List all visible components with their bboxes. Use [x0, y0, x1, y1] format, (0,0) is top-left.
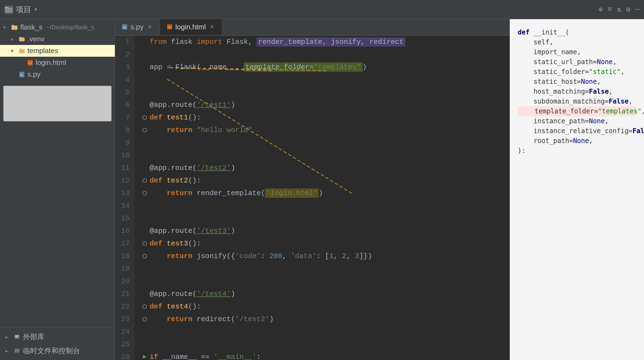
line-num-6: 6	[115, 99, 130, 111]
folder-icon-templates	[19, 48, 25, 54]
line-num-12: 12	[115, 174, 130, 187]
toolbar-list-icon[interactable]: ≡	[608, 5, 612, 14]
code-line-1: from flask import Flask, render_template…	[140, 36, 510, 48]
code-line-17: def test3():	[140, 237, 510, 250]
code-line-8: return "hello world"	[140, 124, 510, 136]
app-container: 项目 ▾ ⊕ ≡ ⇅ ⚙ — flask_s ~/Desktop/flask_s	[0, 0, 644, 360]
code-line-25	[140, 338, 510, 351]
toolbar-settings-icon[interactable]: ⚙	[626, 5, 631, 14]
svg-rect-0	[5, 7, 13, 13]
code-line-21: @app.route('/test4')	[140, 288, 510, 300]
doc-param-instance-path: instance_path=None,	[518, 116, 636, 126]
line-num-3: 3	[115, 61, 130, 73]
code-line-11: @app.route('/test2')	[140, 162, 510, 174]
sidebar-item-temp-files[interactable]: 临时文件和控制台	[0, 344, 115, 358]
line-num-8: 8	[115, 124, 130, 136]
doc-param-instance-relative: instance_relative_config=False,	[518, 126, 636, 136]
gutter-23	[140, 317, 150, 321]
code-line-26: ▶ if __name__ == '__main__':	[140, 351, 510, 360]
sidebar-item-venv[interactable]: .venv	[0, 33, 115, 45]
doc-param-static-host: static_host=None,	[518, 77, 636, 87]
external-libs-icon	[14, 334, 20, 340]
line-numbers: 1 2 3 4 5 6 7 8 9 10 11 12 13 14 15 16 1	[115, 36, 134, 360]
toolbar-dropdown-icon[interactable]: ▾	[34, 6, 38, 13]
sidebar-root-label: flask_s	[20, 23, 42, 32]
tab-py-icon: py	[122, 24, 128, 30]
code-line-2	[140, 48, 510, 61]
code-line-6: @app.route('/test1')	[140, 99, 510, 111]
line-num-24: 24	[115, 325, 130, 338]
code-line-3: app = Flask(__name__, template_folder="t…	[140, 61, 510, 73]
code-line-15	[140, 212, 510, 225]
code-line-7: def test1():	[140, 111, 510, 124]
doc-param-template-folder: template_folder="templates",	[518, 106, 636, 116]
code-line-9	[140, 136, 510, 149]
svg-text:py: py	[123, 26, 126, 29]
line-num-19: 19	[115, 262, 130, 275]
code-line-13: return render_template('login.html')	[140, 187, 510, 199]
line-num-7: 7	[115, 111, 130, 124]
run-icon[interactable]: ▶	[143, 351, 146, 360]
line-num-20: 20	[115, 275, 130, 288]
line-num-22: 22	[115, 300, 130, 313]
tab-spy-label: s.py	[130, 23, 144, 31]
sidebar-login-label: login.html	[36, 58, 66, 67]
line-num-23: 23	[115, 313, 130, 325]
code-line-10	[140, 149, 510, 162]
line-num-13: 13	[115, 187, 130, 199]
gutter-22	[140, 304, 150, 309]
doc-param-subdomain: subdomain_matching=False,	[518, 96, 636, 106]
tab-login[interactable]: </> login.html ✕	[160, 19, 222, 35]
gutter-17	[140, 241, 150, 246]
line-num-16: 16	[115, 225, 130, 237]
toolbar-icons: ⊕ ≡ ⇅ ⚙ —	[599, 5, 640, 14]
tab-spy-close[interactable]: ✕	[146, 23, 153, 31]
sidebar-venv-label: .venv	[27, 35, 44, 43]
toolbar-sort-icon[interactable]: ⇅	[617, 5, 621, 14]
tree-arrow-root	[3, 24, 9, 30]
toolbar-minimize-icon[interactable]: —	[635, 5, 640, 14]
sidebar-temp-label: 临时文件和控制台	[23, 346, 80, 356]
line-num-10: 10	[115, 149, 130, 162]
temp-files-icon	[14, 348, 20, 354]
code-line-16: @app.route('/test3')	[140, 225, 510, 237]
gutter-8	[140, 128, 150, 132]
code-line-19	[140, 262, 510, 275]
code-line-4	[140, 73, 510, 86]
tab-spy[interactable]: py s.py ✕	[115, 19, 160, 35]
line-num-9: 9	[115, 136, 130, 149]
line-num-18: 18	[115, 250, 130, 262]
project-folder-icon	[4, 5, 13, 14]
code-line-22: def test4():	[140, 300, 510, 313]
line-num-26: 26	[115, 351, 130, 360]
svg-text:py: py	[20, 73, 23, 76]
doc-param-self: self,	[518, 37, 636, 47]
gutter-13	[140, 191, 150, 195]
toolbar-project-label[interactable]: 项目	[16, 4, 31, 15]
folder-icon-root	[11, 24, 18, 31]
sidebar-item-templates[interactable]: templates	[0, 45, 115, 57]
gutter-26: ▶	[140, 351, 150, 360]
doc-title: def __init__(	[518, 27, 636, 37]
sidebar-external-label: 外部库	[23, 332, 44, 342]
line-num-11: 11	[115, 162, 130, 174]
code-line-12: def test2():	[140, 174, 510, 187]
sidebar-item-login-html[interactable]: </> login.html	[0, 57, 115, 68]
toolbar-target-icon[interactable]: ⊕	[599, 5, 603, 14]
thumbnail-area	[3, 86, 112, 121]
file-icon-py: py	[19, 71, 25, 78]
code-line-18: return jsonify({'code': 200, 'data': [1,…	[140, 250, 510, 262]
doc-param-static-folder: static_folder="static",	[518, 67, 636, 77]
tab-login-close[interactable]: ✕	[209, 23, 215, 31]
doc-param-root-path: root_path=None,	[518, 136, 636, 146]
sidebar-item-root[interactable]: flask_s ~/Desktop/flask_s	[0, 21, 115, 33]
line-num-21: 21	[115, 288, 130, 300]
sidebar-item-external-libs[interactable]: 外部库	[0, 330, 115, 344]
svg-text:</>: </>	[28, 62, 32, 64]
line-num-25: 25	[115, 338, 130, 351]
svg-text:</>: </>	[167, 26, 172, 29]
code-line-24	[140, 325, 510, 338]
folder-icon-venv	[19, 36, 25, 42]
file-icon-html: </>	[27, 59, 33, 66]
sidebar-item-spy[interactable]: py s.py	[0, 68, 115, 80]
